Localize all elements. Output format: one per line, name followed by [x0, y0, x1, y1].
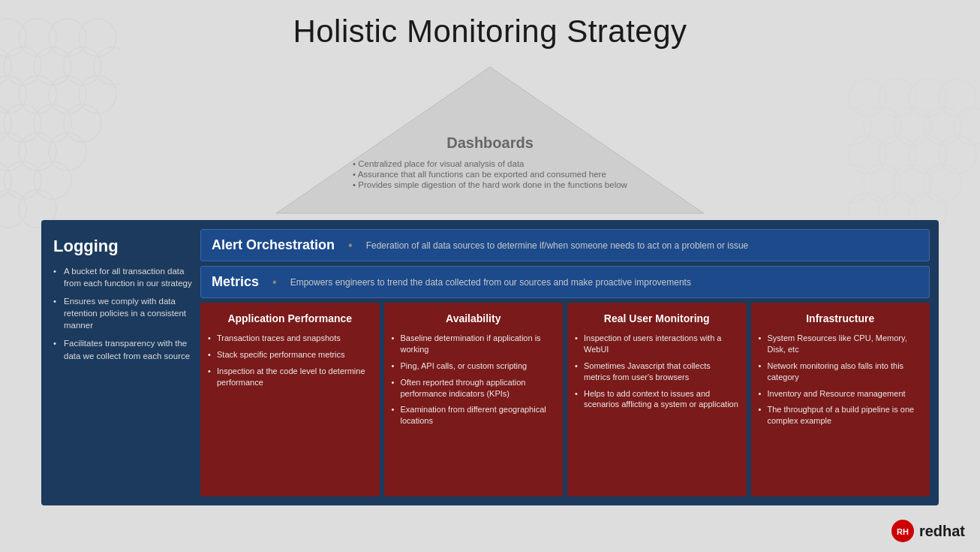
alert-orchestration-row: Alert Orchestration • Federation of all …: [200, 229, 930, 261]
logging-sidebar: Logging A bucket for all transaction dat…: [50, 229, 200, 496]
rum-title: Real User Monitoring: [575, 312, 739, 325]
infra-bullet-4: The throughput of a build pipeline is on…: [759, 404, 923, 427]
availability-bullets: Baseline determination if application is…: [392, 333, 556, 427]
dashboard-bullet-2: • Assurance that all functions can be ex…: [353, 170, 627, 179]
logging-bullets: A bucket for all transaction data from e…: [53, 265, 193, 362]
metrics-row: Metrics • Empowers engineers to trend th…: [200, 266, 930, 298]
app-perf-bullet-3: Inspection at the code level to determin…: [208, 366, 372, 388]
grid-card-infrastructure: Infrastructure System Resources like CPU…: [751, 303, 930, 496]
metrics-label: Metrics: [212, 274, 259, 290]
infra-bullet-3: Inventory and Resource management: [759, 388, 923, 400]
app-perf-bullet-2: Stack specific performance metrics: [208, 349, 372, 360]
infra-bullet-1: System Resources like CPU, Memory, Disk,…: [759, 333, 923, 355]
alert-separator: •: [348, 239, 353, 252]
logging-title: Logging: [53, 237, 193, 256]
dashboard-bullet-1: • Centralized place for visual analysis …: [353, 159, 627, 168]
avail-bullet-3: Often reported through application perfo…: [392, 377, 556, 400]
app-performance-bullets: Transaction traces and snapshots Stack s…: [208, 333, 372, 388]
logging-bullet-2: Ensures we comply with data retention po…: [53, 295, 193, 331]
page-title: Holistic Monitoring Strategy: [41, 14, 939, 50]
redhat-icon: RH: [891, 519, 915, 543]
avail-bullet-2: Ping, API calls, or custom scripting: [392, 360, 556, 372]
grid-card-availability: Availability Baseline determination if a…: [384, 303, 564, 496]
pyramid-svg-container: Dashboards • Centralized place for visua…: [272, 63, 708, 220]
pyramid-content-overlay: Dashboards • Centralized place for visua…: [272, 63, 708, 220]
rum-bullets: Inspection of users interactions with a …: [575, 333, 739, 410]
metrics-desc: Empowers engineers to trend the data col…: [290, 277, 691, 288]
infrastructure-title: Infrastructure: [759, 312, 923, 325]
svg-text:RH: RH: [897, 527, 909, 536]
redhat-logo: RH redhat: [891, 519, 965, 543]
content-wrapper: Holistic Monitoring Strategy Dashboards …: [0, 0, 980, 513]
infra-bullet-2: Network monitoring also falls into this …: [759, 360, 923, 383]
metrics-separator: •: [272, 276, 277, 289]
availability-title: Availability: [392, 312, 556, 325]
dashboard-pyramid: Dashboards • Centralized place for visua…: [272, 63, 708, 220]
rum-bullet-3: Helps to add context to issues and scena…: [575, 388, 739, 411]
alert-orchestration-desc: Federation of all data sources to determ…: [366, 240, 749, 251]
app-perf-bullet-1: Transaction traces and snapshots: [208, 333, 372, 344]
app-performance-title: Application Performance: [208, 312, 372, 325]
dashboard-title: Dashboards: [446, 134, 534, 152]
rum-bullet-2: Sometimes Javascript that collects metri…: [575, 360, 739, 383]
bottom-grid: Application Performance Transaction trac…: [200, 303, 930, 496]
dashboard-bullet-3: • Provides simple digestion of the hard …: [353, 180, 627, 189]
dashboard-bullets: • Centralized place for visual analysis …: [293, 158, 687, 191]
logging-bullet-3: Facilitates transparency with the data w…: [53, 337, 193, 361]
avail-bullet-1: Baseline determination if application is…: [392, 333, 556, 355]
redhat-text: redhat: [919, 523, 965, 540]
right-section: Alert Orchestration • Federation of all …: [200, 229, 930, 496]
alert-orchestration-label: Alert Orchestration: [212, 237, 335, 253]
grid-card-app-performance: Application Performance Transaction trac…: [200, 303, 380, 496]
infrastructure-bullets: System Resources like CPU, Memory, Disk,…: [759, 333, 923, 427]
avail-bullet-4: Examination from different geographical …: [392, 404, 556, 427]
full-page: Holistic Monitoring Strategy Dashboards …: [0, 0, 980, 552]
lower-section: Logging A bucket for all transaction dat…: [41, 220, 939, 505]
rum-bullet-1: Inspection of users interactions with a …: [575, 333, 739, 355]
logging-bullet-1: A bucket for all transaction data from e…: [53, 265, 193, 289]
grid-card-rum: Real User Monitoring Inspection of users…: [567, 303, 747, 496]
